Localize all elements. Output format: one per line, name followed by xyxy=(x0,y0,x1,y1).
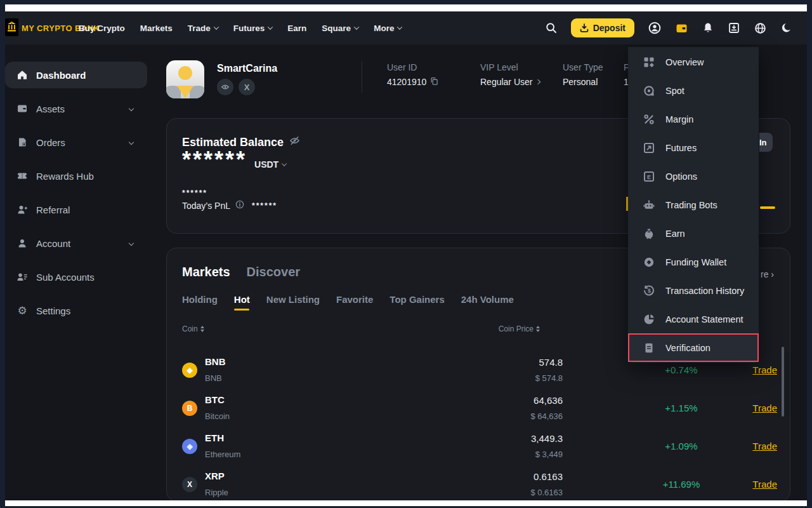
download-icon xyxy=(580,23,589,32)
sidebar-item-orders[interactable]: Orders xyxy=(5,129,147,156)
trade-link[interactable]: Trade xyxy=(752,479,777,490)
pnl-label: Today’s PnL xyxy=(182,201,230,211)
profile-social-buttons: X xyxy=(217,79,255,95)
user-type-block: User Type Personal xyxy=(563,62,603,87)
profile-icon[interactable] xyxy=(648,21,662,35)
dark-mode-moon-icon[interactable] xyxy=(780,22,793,34)
cash-in-button-fragment[interactable]: In xyxy=(759,133,773,152)
markets-title[interactable]: Markets xyxy=(182,265,230,279)
window-frame xyxy=(807,0,812,508)
transaction-history-icon: $ xyxy=(643,284,655,297)
nav-square[interactable]: Square xyxy=(322,23,358,33)
info-icon[interactable] xyxy=(235,200,244,211)
menu-item-overview[interactable]: Overview xyxy=(628,48,759,76)
vip-level-label: VIP Level xyxy=(480,62,540,72)
menu-item-futures[interactable]: Futures xyxy=(628,133,759,162)
chevron-down-icon xyxy=(214,24,219,29)
sidebar-item-account[interactable]: Account xyxy=(5,230,147,257)
svg-text:E: E xyxy=(647,173,651,180)
account-statement-pie-icon xyxy=(643,313,655,326)
sidebar-item-assets[interactable]: Assets xyxy=(5,95,147,122)
home-icon xyxy=(16,69,28,81)
wallet-icon[interactable] xyxy=(675,22,688,35)
sidebar-item-sub-accounts[interactable]: Sub Accounts xyxy=(5,264,147,290)
chevron-down-icon xyxy=(129,106,134,111)
column-coin[interactable]: Coin xyxy=(182,324,204,333)
notifications-bell-icon[interactable] xyxy=(702,22,714,34)
discover-title[interactable]: Discover xyxy=(247,265,301,279)
chevron-down-icon xyxy=(397,24,402,29)
overview-grid-icon xyxy=(643,56,655,69)
btc-coin-icon: B xyxy=(182,401,197,416)
xrp-coin-icon: X xyxy=(182,477,197,492)
menu-item-transaction-history[interactable]: $ Transaction History xyxy=(628,276,759,305)
profile-eye-icon[interactable] xyxy=(217,79,233,95)
chevron-down-icon xyxy=(129,140,134,145)
nav-buy-crypto[interactable]: Buy Crypto xyxy=(79,23,125,33)
deposit-button[interactable]: Deposit xyxy=(571,18,634,37)
vip-level-value[interactable]: Regular User xyxy=(480,77,540,87)
menu-item-earn[interactable]: Earn xyxy=(628,219,759,248)
tab-new-listing[interactable]: New Listing xyxy=(266,294,320,305)
sidebar-item-rewards-hub[interactable]: Rewards Hub xyxy=(5,163,147,189)
market-row-xrp[interactable]: X XRP Ripple 0.6163 $ 0.6163 +11.69% Tra… xyxy=(182,464,777,502)
main-nav: Buy Crypto Markets Trade Futures Earn Sq… xyxy=(79,11,402,44)
account-person-icon xyxy=(16,237,28,249)
menu-item-options[interactable]: E Options xyxy=(628,162,759,190)
referral-person-plus-icon xyxy=(16,204,28,215)
bottom-white-strip xyxy=(5,500,807,506)
sidebar-item-settings[interactable]: ⚙ Settings xyxy=(5,297,147,324)
language-globe-icon[interactable] xyxy=(754,22,767,35)
trade-link[interactable]: Trade xyxy=(752,441,777,451)
currency-selector[interactable]: USDT xyxy=(254,159,286,170)
tab-hot[interactable]: Hot xyxy=(234,294,250,305)
brand-logo[interactable] xyxy=(5,18,18,36)
spot-icon xyxy=(643,84,655,97)
sidebar-item-referral[interactable]: Referral xyxy=(5,196,147,223)
sidebar-item-dashboard[interactable]: Dashboard xyxy=(5,62,147,88)
orders-document-icon xyxy=(16,137,28,148)
trade-link[interactable]: Trade xyxy=(752,403,777,413)
search-icon[interactable] xyxy=(545,22,558,34)
sort-icon xyxy=(200,326,204,332)
chevron-down-icon xyxy=(268,24,273,29)
menu-item-account-statement[interactable]: Account Statement xyxy=(628,305,759,333)
rewards-ticket-icon xyxy=(16,170,28,182)
user-type-label: User Type xyxy=(563,62,603,72)
menu-item-funding-wallet[interactable]: Funding Wallet xyxy=(628,248,759,276)
nav-futures[interactable]: Futures xyxy=(233,23,273,33)
menu-item-verification[interactable]: Verification xyxy=(628,333,759,362)
nav-more[interactable]: More xyxy=(374,23,402,33)
funding-wallet-coin-icon xyxy=(643,256,655,269)
menu-item-trading-bots[interactable]: Trading Bots xyxy=(628,190,759,219)
avatar xyxy=(166,60,204,98)
nav-earn[interactable]: Earn xyxy=(287,23,306,33)
markets-tabs: Holding Hot New Listing Favorite Top Gai… xyxy=(182,294,514,305)
user-id-value: 41201910 xyxy=(387,77,426,87)
copy-icon[interactable] xyxy=(430,77,438,87)
download-app-icon[interactable] xyxy=(728,22,740,34)
bank-icon xyxy=(6,20,17,34)
masked-pnl: ****** xyxy=(252,201,277,210)
x-social-icon[interactable]: X xyxy=(239,79,255,95)
menu-item-margin[interactable]: Margin xyxy=(628,105,759,133)
tab-holding[interactable]: Holding xyxy=(182,294,218,305)
menu-item-spot[interactable]: Spot xyxy=(628,76,759,105)
verification-document-icon xyxy=(643,342,655,354)
top-navbar: MY CRYPTO BANK Buy Crypto Markets Trade … xyxy=(5,11,807,44)
navbar-actions: Deposit xyxy=(545,11,793,44)
nav-markets[interactable]: Markets xyxy=(140,23,173,33)
table-scrollbar[interactable] xyxy=(782,347,784,417)
eye-off-icon[interactable] xyxy=(289,135,300,149)
earn-piggy-icon xyxy=(643,227,655,240)
nav-trade[interactable]: Trade xyxy=(188,23,218,33)
column-coin-price[interactable]: Coin Price xyxy=(499,324,540,333)
trading-bots-robot-icon xyxy=(643,199,655,211)
market-row-btc[interactable]: B BTC Bitcoin 64,636 $ 64,636 +1.15% Tra… xyxy=(182,388,777,426)
market-row-eth[interactable]: ◆ ETH Ethereum 3,449.3 $ 3,449 +1.09% Tr… xyxy=(182,426,777,464)
tab-favorite[interactable]: Favorite xyxy=(336,294,373,305)
tab-24h-volume[interactable]: 24h Volume xyxy=(461,294,514,305)
trade-link[interactable]: Trade xyxy=(752,364,777,375)
tab-top-gainers[interactable]: Top Gainers xyxy=(390,294,444,305)
margin-percent-icon xyxy=(643,113,655,126)
